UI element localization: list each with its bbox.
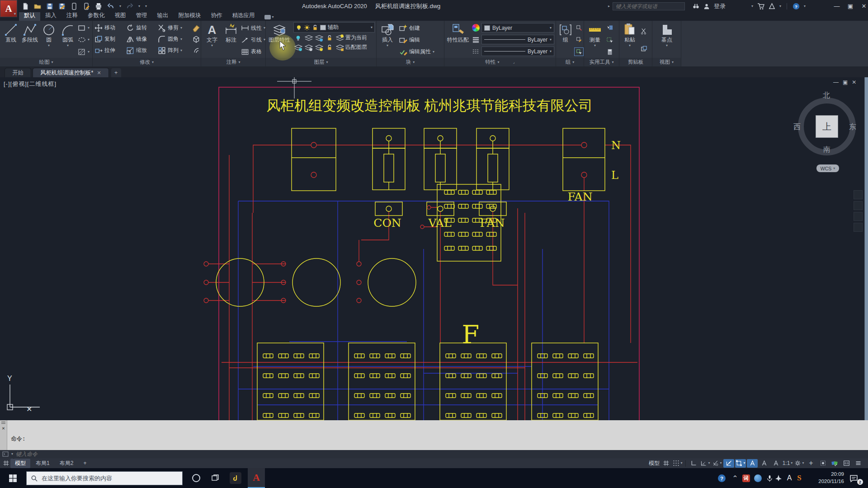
panel-label-utilities[interactable]: 实用工具▾ xyxy=(584,58,619,66)
tab-layout2[interactable]: 布局2 xyxy=(55,459,78,468)
insert-block-button[interactable]: 插入▾ xyxy=(378,22,396,58)
autocad-app-button[interactable]: A▾ xyxy=(0,0,17,17)
ribbon-tab-home[interactable]: 默认 xyxy=(19,11,40,21)
ribbon-tab-collaborate[interactable]: 协作 xyxy=(206,11,227,21)
redo-dropdown[interactable]: ▾ xyxy=(138,5,140,8)
circle-button[interactable]: 圆▾ xyxy=(40,22,58,58)
command-input[interactable] xyxy=(16,451,151,457)
drawing-canvas[interactable]: 风柜机组变频改造控制板 杭州兆琪节能科技有限公司 xyxy=(0,77,868,420)
group-selection-icon[interactable] xyxy=(574,47,584,56)
navbar-orbit-icon[interactable] xyxy=(854,212,863,221)
open-from-mobile-icon[interactable] xyxy=(71,3,78,10)
offset-button[interactable] xyxy=(192,47,201,55)
quick-select-icon[interactable] xyxy=(605,24,614,33)
scale-button[interactable]: 缩放 xyxy=(126,47,158,55)
doc-close-button[interactable]: ✕ xyxy=(852,79,856,85)
edit-block-button[interactable]: 编辑 xyxy=(399,34,434,46)
navbar-zoom-icon[interactable] xyxy=(854,201,863,210)
workspace-gear-icon[interactable]: ▾ xyxy=(794,459,805,468)
ortho-toggle[interactable] xyxy=(688,459,699,468)
customize-menu-button[interactable] xyxy=(853,459,863,468)
measure-button[interactable]: 测量▾ xyxy=(586,22,604,58)
tray-mic-icon[interactable] xyxy=(765,474,774,483)
calculator-icon[interactable] xyxy=(605,47,614,56)
navbar-steering-icon[interactable] xyxy=(854,223,863,232)
linear-dim-button[interactable]: 线性▾ xyxy=(241,23,265,34)
copy-button[interactable]: 复制 xyxy=(94,35,126,43)
ribbon-tab-insert[interactable]: 插入 xyxy=(40,11,61,21)
login-button[interactable]: 登录 xyxy=(714,2,726,10)
clean-screen-toggle[interactable] xyxy=(841,459,852,468)
layer-dropdown-arrow[interactable]: ▾ xyxy=(371,26,373,29)
panel-label-groups[interactable]: 组▾ xyxy=(556,58,584,66)
ribbon-tab-view[interactable]: 视图 xyxy=(110,11,131,21)
ungroup-icon[interactable] xyxy=(574,24,584,33)
annotation-visibility-toggle[interactable] xyxy=(747,459,758,468)
hatch-button[interactable]: ▾ xyxy=(78,46,90,57)
annotation-autoscale-toggle[interactable] xyxy=(759,459,769,468)
task-view-button[interactable] xyxy=(207,468,223,488)
line-button[interactable]: 直线 xyxy=(2,22,20,58)
tray-network-icon[interactable] xyxy=(753,474,762,483)
layer-freeze-icon[interactable] xyxy=(314,33,324,42)
model-space-button[interactable]: 模型 xyxy=(649,459,660,468)
cortana-button[interactable] xyxy=(188,468,204,488)
save-to-mobile-icon[interactable] xyxy=(83,3,90,10)
lineweight-icon[interactable] xyxy=(472,36,480,44)
leader-button[interactable]: 引线▾ xyxy=(241,34,265,46)
layer-match-icon[interactable] xyxy=(335,43,344,52)
help-dropdown[interactable]: ▾ xyxy=(804,5,806,8)
navbar-pan-icon[interactable] xyxy=(854,190,863,199)
object-color-dropdown[interactable]: ByLayer▾ xyxy=(481,23,554,33)
annotation-scale-value[interactable]: 1:1▾ xyxy=(782,459,793,468)
file-tab-start[interactable]: 开始 xyxy=(5,68,31,77)
explode-button[interactable] xyxy=(192,35,201,43)
layer-isolate-icon[interactable] xyxy=(304,33,313,42)
paste-button[interactable]: 粘贴▾ xyxy=(621,22,638,58)
group-edit-icon[interactable] xyxy=(574,36,584,44)
tray-lang-icon[interactable]: A xyxy=(785,474,794,483)
layer-dropdown[interactable]: 辅助 ▾ xyxy=(293,22,375,33)
file-tab-document[interactable]: 风柜机组调速控制板*✕ xyxy=(33,68,109,77)
new-file-icon[interactable] xyxy=(22,3,29,10)
taskbar-app-icon[interactable] xyxy=(227,468,244,488)
trim-button[interactable]: 修剪▾ xyxy=(158,24,192,32)
erase-button[interactable] xyxy=(192,24,201,32)
mirror-button[interactable]: 镜像 xyxy=(126,35,158,43)
panel-label-draw[interactable]: 绘图▾ xyxy=(0,58,92,66)
ribbon-tab-addins[interactable]: 附加模块 xyxy=(174,11,206,21)
viewcube-north[interactable]: 北 xyxy=(823,91,830,100)
viewcube-south[interactable]: 南 xyxy=(823,145,830,155)
make-current-button[interactable]: 置为当前 xyxy=(345,33,367,42)
isolate-objects-toggle[interactable] xyxy=(817,459,828,468)
match-properties-button[interactable]: 特性匹配 xyxy=(446,22,470,58)
table-button[interactable]: 表格 xyxy=(241,46,265,57)
command-history[interactable]: ✕ 命令: 命令: 命令: _QSave 命令: 指定对角点或 [栏选(F)/圈… xyxy=(0,420,868,450)
tray-sogou-icon[interactable]: S xyxy=(795,474,804,483)
group-button[interactable]: 组 xyxy=(558,22,573,58)
linetype-icon[interactable] xyxy=(472,47,480,56)
text-button[interactable]: A文字▾ xyxy=(203,22,221,58)
customization-plus-button[interactable]: + xyxy=(806,459,816,468)
edit-attributes-button[interactable]: 编辑属性▾ xyxy=(399,46,434,57)
panel-label-view[interactable]: 视图▾ xyxy=(652,58,681,66)
ribbon-tab-parametric[interactable]: 参数化 xyxy=(83,11,110,21)
plot-icon[interactable] xyxy=(95,3,102,10)
taskbar-search-box[interactable]: 在这里输入你要搜索的内容 xyxy=(26,471,183,485)
layer-current-icon[interactable] xyxy=(335,33,344,42)
taskbar-autocad-icon[interactable]: A xyxy=(248,468,265,488)
login-dropdown[interactable]: ▾ xyxy=(751,5,753,8)
panel-label-block[interactable]: 块▾ xyxy=(377,58,444,66)
viewcube-west[interactable]: 西 xyxy=(793,122,801,132)
ribbon-tab-output[interactable]: 输出 xyxy=(152,11,174,21)
help-search-input[interactable] xyxy=(613,2,685,10)
layer-unlock2-icon[interactable] xyxy=(325,43,334,52)
panel-label-clipboard[interactable]: 剪贴板 xyxy=(619,58,652,66)
doc-minimize-button[interactable]: — xyxy=(833,79,839,85)
polar-tracking-toggle[interactable]: ▾ xyxy=(700,459,711,468)
ribbon-tab-annotate[interactable]: 注释 xyxy=(61,11,83,21)
qat-customize-dropdown[interactable]: ▾ xyxy=(145,5,147,8)
arc-button[interactable]: 圆弧▾ xyxy=(59,22,77,58)
save-as-icon[interactable] xyxy=(58,3,66,10)
command-window-grip[interactable]: ✕ xyxy=(0,420,7,450)
